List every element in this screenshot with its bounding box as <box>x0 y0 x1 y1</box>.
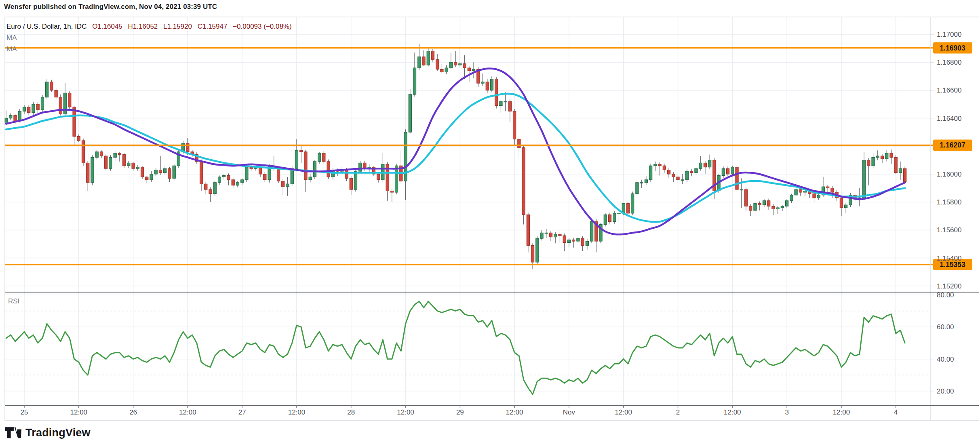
candle-body <box>831 188 834 192</box>
candle-body <box>862 160 865 198</box>
candle-body <box>41 97 44 110</box>
candle-body <box>82 141 84 163</box>
price-axis-label: 1.15400 <box>937 255 961 262</box>
candle-body <box>508 101 511 111</box>
candle-body <box>799 189 802 192</box>
rsi-axis-label: 80.00 <box>937 291 954 299</box>
time-axis-label: 27 <box>238 408 246 416</box>
chart-canvas[interactable]: 1.169031.162071.153532512:002612:002712:… <box>0 0 980 444</box>
candle-body <box>18 111 21 121</box>
candle-body <box>449 62 452 68</box>
candle-body <box>636 183 639 194</box>
candle-body <box>431 51 434 60</box>
time-axis-label: 29 <box>456 408 464 416</box>
price-level-lines: 1.169031.162071.15353 <box>5 42 972 270</box>
candle-body <box>50 82 53 90</box>
candle-body <box>645 180 647 183</box>
time-axis-label: 12:00 <box>615 408 632 416</box>
candle-body <box>781 206 784 208</box>
time-axis-label: 12:00 <box>179 408 196 416</box>
tradingview-logo-icon <box>5 426 22 440</box>
candle-body <box>418 57 421 68</box>
ma-legend-1: MA <box>6 34 17 42</box>
candle-body <box>132 163 135 168</box>
candle-body <box>109 157 112 168</box>
rsi-axis-label: 60.00 <box>937 323 954 331</box>
candle-body <box>436 59 439 69</box>
candle-body <box>23 107 25 111</box>
candle-body <box>540 233 543 238</box>
candle-body <box>9 116 12 118</box>
candle-body <box>604 215 607 224</box>
rsi-axis-label: 20.00 <box>937 387 954 395</box>
tradingview-logo[interactable]: TradingView <box>5 426 91 440</box>
candle-body <box>522 147 525 215</box>
candle-body <box>309 177 312 180</box>
candle-body <box>91 157 94 182</box>
candle-body <box>295 150 298 168</box>
candle-body <box>150 174 153 180</box>
candle-body <box>327 162 330 177</box>
candle-body <box>845 205 847 208</box>
candle-body <box>590 222 593 241</box>
time-axis-label: 12:00 <box>833 408 850 416</box>
ohlc-low: L1.15920 <box>163 23 192 30</box>
candle-body <box>740 189 743 190</box>
candle-body <box>803 191 806 192</box>
time-axis-label: 28 <box>347 408 355 416</box>
rsi-line <box>6 301 905 394</box>
candle-body <box>318 153 321 162</box>
candle-body <box>744 189 747 206</box>
candle-body <box>776 208 779 209</box>
candle-body <box>55 90 57 97</box>
candle-body <box>549 233 552 237</box>
ohlc-close: C1.15947 <box>198 23 228 30</box>
candle-body <box>840 198 843 208</box>
rsi-legend: RSI <box>8 297 19 305</box>
ohlc-open: O1.16045 <box>92 23 122 30</box>
candle-body <box>350 178 352 189</box>
candle-body <box>677 177 679 180</box>
candle-body <box>345 170 348 179</box>
candle-body <box>545 233 548 234</box>
candle-body <box>772 206 775 209</box>
candle-body <box>468 68 470 71</box>
candle-body <box>572 240 575 241</box>
candle-body <box>486 82 489 90</box>
candle-body <box>100 152 103 156</box>
candle-body <box>504 101 507 102</box>
rsi-axis-label: 40.00 <box>937 356 954 363</box>
candle-body <box>527 215 529 245</box>
candle-body <box>440 69 443 72</box>
candle-body <box>554 234 557 237</box>
candle-body <box>136 167 139 168</box>
price-axis-label: 1.16800 <box>937 59 961 66</box>
candle-body <box>754 204 757 210</box>
candle-body <box>495 79 498 106</box>
candle-body <box>581 238 584 245</box>
candle-body <box>490 79 493 90</box>
candle-body <box>563 236 566 242</box>
candle-body <box>472 69 475 71</box>
candle-body <box>567 240 570 243</box>
candle-body <box>68 93 71 107</box>
candle-body <box>786 201 788 206</box>
candle-body <box>241 180 244 183</box>
candle-body <box>736 167 738 189</box>
candle-body <box>286 184 289 187</box>
candle-body <box>223 175 226 177</box>
candle-body <box>141 167 143 177</box>
candle-body <box>690 171 693 173</box>
price-level-badge-label: 1.16903 <box>940 44 965 52</box>
candle-body <box>722 168 725 175</box>
ma-fast-line <box>6 69 905 235</box>
price-axis-label: 1.15800 <box>937 198 961 206</box>
candle-body <box>200 162 202 184</box>
candle-body <box>27 107 30 113</box>
candle-body <box>105 156 107 168</box>
candle-body <box>95 152 98 158</box>
candle-body <box>654 164 657 166</box>
candle-body <box>409 95 411 132</box>
candle-body <box>304 152 307 180</box>
candle-body <box>518 139 521 148</box>
